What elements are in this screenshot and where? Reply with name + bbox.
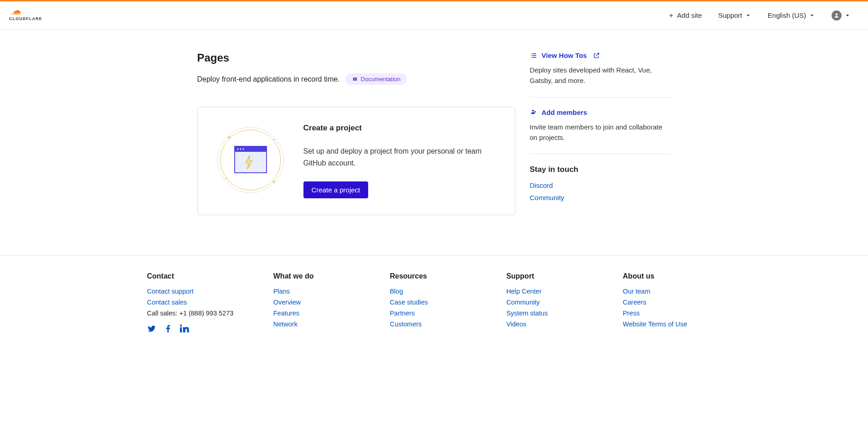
add-site-label: Add site — [677, 11, 702, 19]
view-howtos-link[interactable]: View How Tos — [530, 52, 671, 59]
create-card-heading: Create a project — [303, 124, 495, 133]
svg-text:CLOUDFLARE: CLOUDFLARE — [9, 16, 42, 21]
create-project-illustration — [214, 124, 287, 196]
footer: Contact Contact support Contact sales Ca… — [138, 256, 730, 344]
footer-contact-sales-link[interactable]: Contact sales — [147, 299, 255, 306]
person-plus-icon — [530, 108, 537, 116]
external-link-icon — [593, 52, 600, 59]
svg-point-7 — [240, 149, 241, 150]
book-icon — [352, 77, 358, 82]
support-dropdown[interactable]: Support — [710, 11, 760, 19]
documentation-label: Documentation — [361, 76, 401, 83]
caret-down-icon — [844, 12, 851, 19]
footer-col-contact: Contact Contact support Contact sales Ca… — [147, 272, 255, 335]
footer-link[interactable]: Customers — [390, 320, 488, 328]
footer-link[interactable]: Community — [506, 299, 605, 306]
footer-link[interactable]: Press — [623, 310, 721, 317]
add-site-button[interactable]: Add site — [660, 11, 710, 19]
facebook-icon[interactable] — [164, 324, 173, 335]
list-icon — [530, 52, 537, 59]
svg-point-0 — [11, 13, 21, 15]
language-label: English (US) — [768, 11, 806, 19]
caret-down-icon — [745, 12, 751, 19]
footer-link[interactable]: Careers — [623, 299, 721, 306]
add-members-link[interactable]: Add members — [530, 108, 671, 116]
footer-link[interactable]: Features — [273, 310, 372, 317]
footer-link[interactable]: Network — [273, 320, 372, 328]
footer-contact-heading: Contact — [147, 272, 255, 280]
footer-link[interactable]: Partners — [390, 310, 488, 317]
linkedin-icon[interactable] — [180, 324, 189, 335]
footer-about-heading: About us — [623, 272, 721, 280]
cloudflare-logo[interactable]: CLOUDFLARE — [9, 8, 60, 23]
header: CLOUDFLARE Add site Support English (US) — [0, 1, 868, 30]
howtos-description: Deploy sites developed with React, Vue, … — [530, 65, 671, 86]
footer-link[interactable]: Case studies — [390, 299, 488, 306]
footer-link[interactable]: Videos — [506, 320, 605, 328]
footer-link[interactable]: Help Center — [506, 288, 605, 295]
stay-in-touch-heading: Stay in touch — [530, 165, 671, 174]
footer-link[interactable]: Blog — [390, 288, 488, 295]
footer-col-about: About us Our team Careers Press Website … — [623, 272, 721, 335]
discord-link[interactable]: Discord — [530, 181, 671, 189]
support-label: Support — [718, 11, 742, 19]
page-subtitle: Deploy front-end applications in record … — [197, 75, 340, 83]
footer-link[interactable]: Plans — [273, 288, 372, 295]
footer-col-resources: Resources Blog Case studies Partners Cus… — [390, 272, 488, 335]
documentation-pill[interactable]: Documentation — [345, 73, 407, 85]
footer-resources-heading: Resources — [390, 272, 488, 280]
create-card-description: Set up and deploy a project from your pe… — [303, 145, 495, 169]
footer-link[interactable]: Website Terms of Use — [623, 320, 721, 328]
footer-col-support: Support Help Center Community System sta… — [506, 272, 605, 335]
create-project-button[interactable]: Create a project — [303, 181, 369, 198]
create-project-card: Create a project Set up and deploy a pro… — [197, 107, 515, 215]
footer-link[interactable]: Overview — [273, 299, 372, 306]
svg-point-6 — [237, 149, 238, 150]
footer-whatwedo-heading: What we do — [273, 272, 372, 280]
svg-point-8 — [242, 149, 244, 150]
account-dropdown[interactable] — [823, 10, 859, 21]
plus-icon — [668, 12, 674, 19]
footer-call-sales: Call sales: +1 (888) 993 5273 — [147, 310, 255, 317]
avatar-icon — [832, 10, 842, 21]
footer-contact-support-link[interactable]: Contact support — [147, 288, 255, 295]
svg-rect-5 — [235, 146, 267, 152]
twitter-icon[interactable] — [147, 324, 156, 335]
language-dropdown[interactable]: English (US) — [760, 11, 823, 19]
page-title: Pages — [197, 52, 515, 64]
footer-support-heading: Support — [506, 272, 605, 280]
footer-link[interactable]: Our team — [623, 288, 721, 295]
sidebar: View How Tos Deploy sites developed with… — [530, 52, 671, 228]
footer-link[interactable]: System status — [506, 310, 605, 317]
caret-down-icon — [809, 12, 815, 19]
view-howtos-label: View How Tos — [542, 52, 587, 59]
add-members-label: Add members — [542, 108, 587, 116]
members-description: Invite team members to join and collabor… — [530, 122, 671, 143]
community-link[interactable]: Community — [530, 194, 671, 201]
footer-col-whatwedo: What we do Plans Overview Features Netwo… — [273, 272, 372, 335]
